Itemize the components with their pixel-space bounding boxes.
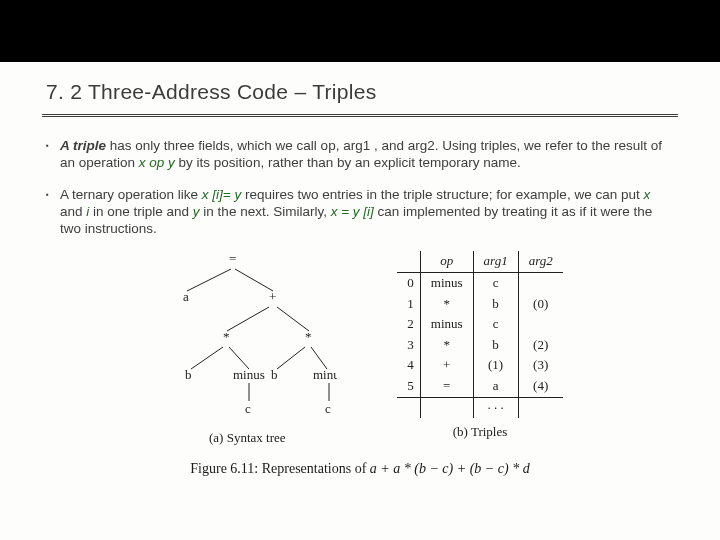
table-row: 5=a(4) <box>397 376 562 397</box>
table-row: 1*b(0) <box>397 294 562 315</box>
bullet-2: ▪ A ternary operation like x [i]= y requ… <box>46 186 674 238</box>
table-row-dots: · · · <box>397 397 562 418</box>
svg-line-4 <box>191 347 223 369</box>
caption-a: (a) Syntax tree <box>157 430 337 447</box>
term-a-triple: A triple <box>60 138 106 153</box>
bullet-glyph: ▪ <box>46 186 60 238</box>
triples-body: 0minusc 1*b(0) 2minusc 3*b(2) 4+(1)(3) 5… <box>397 272 562 418</box>
bullet-1-text: A triple has only three fields, which we… <box>60 137 674 172</box>
syntax-tree-svg: = a + * * <box>157 251 337 419</box>
node-eq: = <box>229 251 236 266</box>
svg-line-6 <box>277 347 305 369</box>
th-arg1: arg1 <box>473 251 518 272</box>
caption-b: (b) Triples <box>397 424 562 441</box>
table-row: 2minusc <box>397 314 562 335</box>
th-arg2: arg2 <box>518 251 563 272</box>
node-star-l: * <box>223 329 230 344</box>
b2-t9: in the next. Similarly, <box>200 204 331 219</box>
bullet-2-text: A ternary operation like x [i]= y requir… <box>60 186 674 238</box>
bullet-glyph: ▪ <box>46 137 60 172</box>
triples-table: op arg1 arg2 0minusc 1*b(0) 2minusc 3*b(… <box>397 251 562 418</box>
node-b-2: b <box>271 367 278 382</box>
node-minus-2: minus <box>313 367 337 382</box>
svg-line-2 <box>227 307 269 331</box>
node-c-1: c <box>245 401 251 416</box>
b2-t7: in one triple and <box>89 204 193 219</box>
node-minus-1: minus <box>233 367 265 382</box>
svg-line-0 <box>187 269 231 291</box>
triples-header-row: op arg1 arg2 <box>397 251 562 272</box>
slide-body: 7. 2 Three-Address Code – Triples ▪ A tr… <box>0 62 720 478</box>
slide-title: 7. 2 Three-Address Code – Triples <box>42 62 678 117</box>
svg-line-1 <box>235 269 273 291</box>
b1-t4: by its position, rather than by an expli… <box>175 155 521 170</box>
table-row: 4+(1)(3) <box>397 355 562 376</box>
svg-line-5 <box>229 347 249 369</box>
svg-line-3 <box>277 307 309 331</box>
node-star-r: * <box>305 329 312 344</box>
slide-content: ▪ A triple has only three fields, which … <box>42 117 678 478</box>
svg-line-7 <box>311 347 327 369</box>
b2-t5: and <box>60 204 86 219</box>
table-row: 3*b(2) <box>397 335 562 356</box>
figure-caption: Figure 6.11: Representations of a + a * … <box>46 460 674 478</box>
term-x: x <box>643 187 650 202</box>
syntax-tree: = a + * * <box>157 251 337 446</box>
table-row: 0minusc <box>397 272 562 293</box>
node-b-1: b <box>185 367 192 382</box>
term-xiy: x [i]= y <box>202 187 241 202</box>
fig-label: Figure 6.11: Representations of <box>190 461 370 476</box>
term-xeqyi: x = y [i] <box>331 204 374 219</box>
triples-table-wrap: op arg1 arg2 0minusc 1*b(0) 2minusc 3*b(… <box>397 251 562 446</box>
term-y: y <box>193 204 200 219</box>
node-c-2: c <box>325 401 331 416</box>
figure-row: = a + * * <box>46 251 674 446</box>
bullet-1: ▪ A triple has only three fields, which … <box>46 137 674 172</box>
term-xopy: x op y <box>139 155 175 170</box>
fig-expr: a + a * (b − c) + (b − c) * d <box>370 461 530 476</box>
b2-t3: requires two entries in the triple struc… <box>241 187 643 202</box>
node-a: a <box>183 289 189 304</box>
top-black-band <box>0 0 720 62</box>
b2-t1: A ternary operation like <box>60 187 202 202</box>
node-plus: + <box>269 289 276 304</box>
th-op: op <box>420 251 473 272</box>
